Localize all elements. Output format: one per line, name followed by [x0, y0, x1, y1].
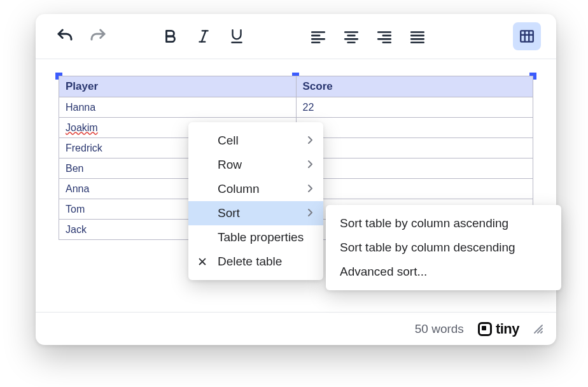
align-left-icon	[310, 28, 326, 45]
table-row[interactable]: Hanna22	[59, 97, 533, 118]
svg-rect-20	[521, 31, 533, 41]
submenu-item-label: Sort table by column ascending	[340, 216, 508, 230]
context-menu-item[interactable]: Row	[188, 153, 323, 177]
align-right-icon	[376, 28, 393, 45]
table-header-player[interactable]: Player	[59, 76, 297, 97]
context-menu-item[interactable]: Sort	[188, 201, 323, 225]
submenu-item[interactable]: Sort table by column ascending	[326, 211, 561, 236]
context-menu-item-label: Column	[218, 182, 259, 196]
chevron-right-icon	[307, 158, 314, 172]
align-justify-button[interactable]	[403, 22, 431, 50]
resize-grip-icon[interactable]	[533, 324, 543, 334]
undo-icon	[55, 27, 74, 46]
statusbar: 50 words tiny	[36, 312, 556, 345]
score-cell[interactable]: 3	[296, 158, 533, 179]
tiny-logo-icon	[478, 322, 492, 336]
context-menu-item-label: Sort	[218, 206, 240, 220]
context-menu-item-label: Row	[218, 158, 242, 172]
align-center-icon	[343, 28, 360, 45]
context-menu-item[interactable]: Column	[188, 177, 323, 201]
score-cell[interactable]: -2	[296, 138, 533, 158]
context-menu-item[interactable]: ✕Delete table	[188, 250, 323, 274]
context-menu-item[interactable]: Cell	[188, 129, 323, 153]
score-cell[interactable]: 5	[296, 179, 533, 199]
context-menu-item[interactable]: Table properties	[188, 225, 323, 250]
underline-icon	[228, 28, 245, 45]
player-cell[interactable]: Hanna	[59, 97, 297, 118]
score-cell[interactable]: 11	[296, 118, 533, 138]
score-cell[interactable]: 22	[296, 97, 533, 118]
italic-icon	[195, 28, 212, 45]
toolbar	[36, 14, 556, 59]
redo-button[interactable]	[84, 22, 112, 50]
redo-icon	[88, 27, 108, 46]
submenu-item-label: Sort table by column descending	[340, 241, 515, 255]
context-menu-item-label: Delete table	[218, 255, 282, 269]
undo-button[interactable]	[51, 22, 79, 50]
table-icon	[519, 28, 535, 45]
close-icon: ✕	[197, 255, 207, 269]
italic-button[interactable]	[190, 22, 218, 50]
bold-icon	[162, 28, 179, 45]
submenu-item[interactable]: Advanced sort...	[326, 260, 561, 284]
context-menu-item-label: Table properties	[218, 230, 304, 244]
underline-button[interactable]	[223, 22, 251, 50]
align-left-button[interactable]	[304, 22, 332, 50]
svg-line-2	[202, 31, 206, 41]
submenu-item-label: Advanced sort...	[340, 265, 427, 279]
table-header-score[interactable]: Score	[296, 76, 533, 97]
align-center-button[interactable]	[337, 22, 365, 50]
align-right-button[interactable]	[370, 22, 398, 50]
editor-window: PlayerScore Hanna22Joakim11Fredrick-2Ben…	[36, 14, 556, 345]
word-count: 50 words	[415, 322, 464, 336]
context-menu-item-label: Cell	[218, 134, 239, 148]
tiny-logo[interactable]: tiny	[478, 321, 519, 337]
chevron-right-icon	[307, 182, 314, 196]
chevron-right-icon	[307, 206, 314, 220]
table-button[interactable]	[513, 22, 541, 50]
align-justify-icon	[409, 28, 426, 45]
table-context-menu: CellRowColumnSortTable properties✕Delete…	[188, 122, 323, 280]
bold-button[interactable]	[157, 22, 185, 50]
submenu-item[interactable]: Sort table by column descending	[326, 236, 561, 260]
sort-submenu: Sort table by column ascendingSort table…	[326, 205, 561, 290]
chevron-right-icon	[307, 134, 314, 148]
